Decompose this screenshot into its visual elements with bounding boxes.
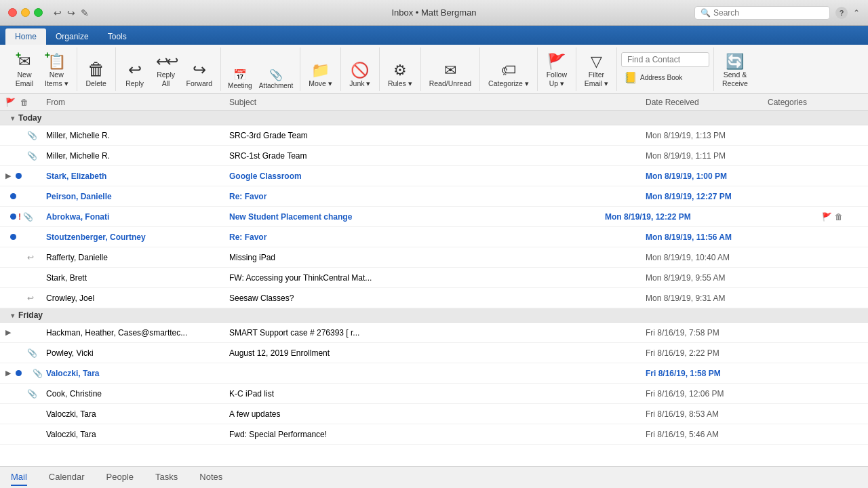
reply-button[interactable]: ↩ Reply: [120, 52, 150, 91]
subject-e11: August 12, 2019 Enrollment: [229, 348, 646, 358]
col-header-subject[interactable]: Subject: [229, 98, 646, 107]
from-e2: Miller, Michelle R.: [46, 151, 229, 161]
list-header: 🚩 🗑 From Subject Date Received Categorie…: [0, 94, 868, 111]
forward-button[interactable]: ↪ Forward: [182, 52, 217, 91]
reply-icon: ↩: [128, 62, 142, 78]
nav-calendar[interactable]: Calendar: [49, 469, 85, 486]
delete-col-icon: 🗑: [20, 98, 28, 107]
move-button[interactable]: 📁 Move ▾: [304, 52, 336, 91]
from-e3: Stark, Elizabeth: [46, 171, 229, 181]
date-e6: Mon 8/19/19, 11:56 AM: [646, 232, 768, 242]
tab-tools[interactable]: Tools: [98, 28, 136, 45]
nav-mail[interactable]: Mail: [11, 469, 27, 486]
flag-action-e5[interactable]: 🚩: [822, 212, 832, 222]
send-receive-button[interactable]: 🔄 Send &Receive: [718, 52, 752, 91]
email-row-e10[interactable]: ▶Hackman, Heather, Cases@smarttec...SMAR…: [0, 323, 868, 343]
rules-label: Rules ▾: [388, 79, 412, 88]
ribbon-group-categorize: 🏷 Categorize ▾: [480, 47, 538, 91]
follow-up-icon: 🚩: [547, 54, 566, 69]
delete-button[interactable]: 🗑 Delete: [81, 52, 111, 91]
minimize-button[interactable]: [21, 8, 30, 17]
close-button[interactable]: [8, 8, 17, 17]
actions-e5: 🚩🗑: [822, 212, 863, 222]
dot-e8: [10, 274, 16, 281]
email-row-e2[interactable]: 📎Miller, Michelle R.SRC-1st Grade TeamMo…: [0, 146, 868, 166]
attachment-button[interactable]: 📎 Attachment: [256, 67, 296, 91]
group-label-today: Today: [18, 113, 41, 123]
window-actions: ↩ ↪ ✎: [54, 7, 89, 18]
move-label: Move ▾: [309, 79, 332, 88]
subject-e4: Re: Favor: [229, 192, 646, 201]
email-row-e6[interactable]: Stoutzenberger, CourtneyRe: FavorMon 8/1…: [0, 227, 868, 247]
junk-button[interactable]: 🚫 Junk ▾: [345, 52, 375, 91]
categorize-button[interactable]: 🏷 Categorize ▾: [484, 52, 533, 91]
col-header-categories[interactable]: Categories: [768, 98, 863, 107]
trash-action-e5[interactable]: 🗑: [835, 212, 843, 222]
dot-e1: [10, 132, 16, 138]
nav-people[interactable]: People: [106, 469, 134, 486]
date-e8: Mon 8/19/19, 9:55 AM: [646, 273, 768, 283]
email-row-e7[interactable]: ↩Rafferty, DanielleMissing iPadMon 8/19/…: [0, 247, 868, 268]
subject-e10: SMART Support case # 276393 [ r...: [229, 328, 646, 338]
ribbon-group-respond: ↩ Reply ↩↩ ReplyAll ↪ Forward: [116, 47, 222, 91]
help-icon[interactable]: ?: [835, 7, 848, 19]
email-row-e14[interactable]: Valoczki, TaraA few updatesFri 8/16/19, …: [0, 404, 868, 424]
col-header-date[interactable]: Date Received: [646, 98, 768, 107]
send-receive-icon: 🔄: [726, 54, 744, 69]
nav-notes[interactable]: Notes: [199, 469, 222, 486]
address-book-button[interactable]: 📒 Address Book: [621, 70, 685, 85]
rules-button[interactable]: ⚙ Rules ▾: [384, 52, 416, 91]
junk-label: Junk ▾: [349, 79, 370, 88]
read-unread-icon: ✉: [444, 63, 456, 78]
attachment-icon: 📎: [269, 68, 283, 81]
nav-tasks[interactable]: Tasks: [155, 469, 178, 486]
from-e8: Stark, Brett: [46, 273, 229, 283]
new-email-button[interactable]: ✉ + NewEmail: [9, 52, 39, 91]
meeting-button[interactable]: 📅 Meeting: [225, 67, 255, 91]
back-icon[interactable]: ↩: [54, 7, 62, 18]
email-row-e13[interactable]: 📎Cook, ChristineK-C iPad listFri 8/16/19…: [0, 384, 868, 404]
dot-e11: [10, 350, 16, 356]
email-row-e3[interactable]: ▶Stark, ElizabethGoogle ClassroomMon 8/1…: [0, 166, 868, 186]
find-contact-input[interactable]: [621, 52, 709, 67]
tab-organize[interactable]: Organize: [46, 28, 98, 45]
email-row-e15[interactable]: Valoczki, TaraFwd: Special Performance!F…: [0, 424, 868, 445]
date-e1: Mon 8/19/19, 1:13 PM: [646, 131, 768, 140]
ribbon-group-move: 📁 Move ▾: [300, 47, 341, 91]
email-row-e5[interactable]: !📎Abrokwa, FonatiNew Student Placement c…: [0, 207, 868, 227]
new-items-button[interactable]: 📋 + NewItems ▾: [41, 52, 73, 91]
read-unread-button[interactable]: ✉ Read/Unread: [425, 52, 475, 91]
email-row-e11[interactable]: 📎Powley, VickiAugust 12, 2019 Enrollment…: [0, 343, 868, 363]
reply-indicator-e9: ↩: [27, 293, 34, 303]
subject-e8: FW: Accessing your ThinkCentral Mat...: [229, 273, 646, 283]
follow-up-button[interactable]: 🚩 FollowUp ▾: [542, 52, 572, 91]
forward-label: Forward: [186, 79, 213, 88]
email-row-e9[interactable]: ↩Crowley, JoelSeesaw Classes?Mon 8/19/19…: [0, 288, 868, 308]
maximize-button[interactable]: [34, 8, 43, 17]
forward-icon[interactable]: ↪: [67, 7, 75, 18]
address-book-icon: 📒: [624, 71, 637, 84]
search-input[interactable]: [713, 8, 824, 18]
search-bar[interactable]: 🔍: [694, 6, 830, 20]
email-row-e8[interactable]: Stark, BrettFW: Accessing your ThinkCent…: [0, 268, 868, 288]
group-header-today[interactable]: ▾Today: [0, 111, 868, 125]
meeting-label: Meeting: [228, 82, 252, 89]
email-row-e1[interactable]: 📎Miller, Michelle R.SRC-3rd Grade TeamMo…: [0, 125, 868, 146]
from-e15: Valoczki, Tara: [46, 430, 229, 439]
collapse-icon[interactable]: ⌃: [853, 8, 860, 18]
tab-home[interactable]: Home: [5, 28, 46, 45]
dot-e5: [10, 214, 16, 220]
group-header-friday[interactable]: ▾Friday: [0, 308, 868, 323]
reply-all-button[interactable]: ↩↩ ReplyAll: [151, 52, 181, 91]
email-row-e12[interactable]: ▶📎Valoczki, TaraFri 8/16/19, 1:58 PM: [0, 363, 868, 384]
expand-arrow-e3: ▶: [5, 171, 11, 180]
compose-icon[interactable]: ✎: [81, 7, 89, 18]
ribbon-group-meeting: 📅 Meeting 📎 Attachment: [221, 47, 300, 91]
filter-email-button[interactable]: ▽ FilterEmail ▾: [580, 52, 612, 91]
col-header-from[interactable]: From: [46, 98, 229, 107]
from-e7: Rafferty, Danielle: [46, 253, 229, 262]
col-header-icons: 🚩 🗑: [5, 98, 46, 107]
window-controls: [8, 8, 43, 17]
email-row-e4[interactable]: Peirson, DanielleRe: FavorMon 8/19/19, 1…: [0, 186, 868, 207]
subject-e13: K-C iPad list: [229, 389, 646, 399]
